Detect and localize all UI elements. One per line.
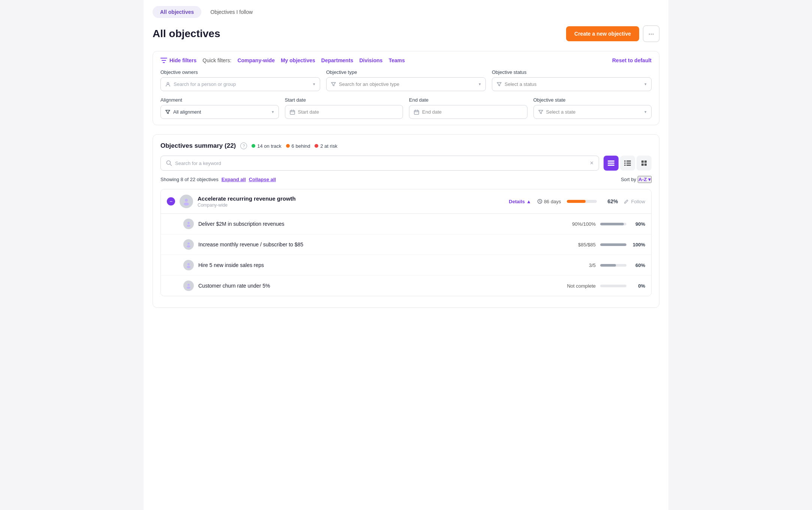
sort-controls: Sort by A-Z ▾ bbox=[621, 176, 652, 183]
svg-rect-10 bbox=[626, 163, 631, 164]
at-risk-badge: 2 at risk bbox=[315, 143, 337, 149]
follow-button-0[interactable]: Follow bbox=[624, 199, 645, 204]
quick-filter-departments[interactable]: Departments bbox=[321, 57, 354, 63]
sub-avatar-icon-3 bbox=[186, 262, 192, 268]
objective-type-select[interactable]: Search for an objective type ▾ bbox=[326, 77, 486, 91]
tab-all-objectives[interactable]: All objectives bbox=[153, 6, 201, 18]
svg-point-18 bbox=[184, 202, 189, 206]
objective-main-row-0: − Accelerate recurring revenue growth Co… bbox=[161, 189, 651, 213]
chevron-down-icon-4: ▾ bbox=[272, 110, 274, 114]
sub-row-0-0: Deliver $2M in subscription revenues 90%… bbox=[161, 214, 651, 234]
avatar-person-icon bbox=[182, 197, 190, 206]
days-badge-0: 86 days bbox=[537, 199, 561, 204]
clear-search-button[interactable]: × bbox=[590, 160, 593, 166]
svg-point-27 bbox=[187, 286, 190, 289]
progress-pct-0: 62% bbox=[603, 198, 618, 204]
details-chevron-icon: ▲ bbox=[526, 199, 531, 204]
start-date-label: Start date bbox=[285, 97, 403, 103]
sub-name-0-3: Customer churn rate under 5% bbox=[198, 283, 561, 289]
sub-progress-bar-0-3 bbox=[600, 285, 626, 287]
pencil-icon bbox=[624, 199, 629, 204]
view-list-button[interactable] bbox=[620, 156, 635, 171]
filter-panel: Hide filters Quick filters: Company-wide… bbox=[153, 51, 659, 125]
header-actions: Create a new objective ··· bbox=[566, 26, 659, 42]
chevron-down-icon-5: ▾ bbox=[644, 110, 647, 114]
details-button-0[interactable]: Details ▲ bbox=[509, 199, 531, 204]
objective-status-select[interactable]: Select a status ▾ bbox=[492, 77, 652, 91]
summary-title: Objectives summary (22) bbox=[160, 142, 236, 150]
objective-actions-0: Details ▲ 86 days bbox=[509, 198, 645, 204]
green-dot bbox=[252, 144, 255, 148]
svg-rect-4 bbox=[608, 160, 614, 162]
sub-stats-0-1: $85/$85 100% bbox=[566, 242, 645, 248]
end-date-select[interactable]: End date bbox=[409, 105, 527, 119]
svg-point-26 bbox=[187, 284, 190, 286]
tab-objectives-i-follow[interactable]: Objectives I follow bbox=[203, 6, 260, 18]
person-icon bbox=[165, 82, 171, 87]
svg-rect-8 bbox=[626, 160, 631, 162]
sub-row-0-1: Increase monthly revenue / subscriber to… bbox=[161, 234, 651, 255]
collapse-button-0[interactable]: − bbox=[167, 197, 175, 206]
sub-avatar-0-2 bbox=[183, 260, 194, 270]
sub-value-0-3: Not complete bbox=[566, 283, 596, 289]
sub-name-0-1: Increase monthly revenue / subscriber to… bbox=[198, 242, 561, 248]
sub-avatar-icon-4 bbox=[186, 283, 192, 289]
sub-objectives-0: Deliver $2M in subscription revenues 90%… bbox=[161, 213, 651, 296]
sub-value-0-0: 90%/100% bbox=[566, 221, 596, 227]
keyword-search-input[interactable] bbox=[175, 160, 587, 166]
sort-value-button[interactable]: A-Z ▾ bbox=[638, 176, 652, 183]
clock-icon bbox=[537, 199, 542, 204]
orange-dot bbox=[286, 144, 290, 148]
quick-filter-teams[interactable]: Teams bbox=[389, 57, 405, 63]
hide-filters-button[interactable]: Hide filters bbox=[160, 57, 196, 63]
objective-state-label: Objective state bbox=[533, 97, 652, 103]
quick-filter-company-wide[interactable]: Company-wide bbox=[237, 57, 275, 63]
start-date-group: Start date Start date bbox=[285, 97, 403, 119]
tabs-row: All objectives Objectives I follow bbox=[153, 6, 659, 18]
objective-status-placeholder: Select a status bbox=[505, 81, 536, 87]
more-options-button[interactable]: ··· bbox=[643, 26, 659, 42]
view-grouped-button[interactable] bbox=[604, 156, 619, 171]
filter-icon bbox=[160, 58, 167, 63]
filter-funnel-icon bbox=[331, 82, 336, 87]
sort-label-text: Sort by bbox=[621, 177, 636, 182]
avatar-0 bbox=[180, 195, 193, 208]
objective-state-select[interactable]: Select a state ▾ bbox=[533, 105, 652, 119]
start-date-select[interactable]: Start date bbox=[285, 105, 403, 119]
alignment-group: Alignment All alignment ▾ bbox=[160, 97, 279, 119]
svg-rect-11 bbox=[624, 165, 626, 166]
sub-avatar-0-0 bbox=[183, 219, 194, 229]
svg-rect-13 bbox=[641, 160, 644, 163]
svg-rect-6 bbox=[608, 165, 614, 166]
alignment-label: Alignment bbox=[160, 97, 279, 103]
results-bar: Showing 8 of 22 objectives Expand all Co… bbox=[160, 176, 652, 183]
svg-rect-14 bbox=[644, 160, 647, 163]
results-left: Showing 8 of 22 objectives Expand all Co… bbox=[160, 177, 276, 182]
calendar-icon bbox=[290, 110, 295, 115]
days-label-0: 86 days bbox=[544, 199, 561, 204]
objective-state-inner: Select a state bbox=[538, 109, 576, 115]
sub-pct-0-2: 60% bbox=[631, 262, 645, 268]
alignment-select[interactable]: All alignment ▾ bbox=[160, 105, 279, 119]
sub-progress-bar-0-1 bbox=[600, 243, 626, 246]
filter-top-row: Hide filters Quick filters: Company-wide… bbox=[160, 57, 652, 63]
search-icon bbox=[166, 160, 172, 166]
behind-label: 6 behind bbox=[292, 143, 310, 149]
reset-to-default-button[interactable]: Reset to default bbox=[612, 57, 652, 63]
create-objective-button[interactable]: Create a new objective bbox=[566, 26, 639, 41]
svg-point-22 bbox=[187, 243, 190, 245]
view-grid-button[interactable] bbox=[637, 156, 652, 171]
objective-owners-select[interactable]: Search for a person or group ▾ bbox=[160, 77, 320, 91]
collapse-all-button[interactable]: Collapse all bbox=[249, 177, 276, 182]
sub-stats-0-2: 3/5 60% bbox=[566, 262, 645, 268]
expand-all-button[interactable]: Expand all bbox=[222, 177, 246, 182]
sub-row-0-2: Hire 5 new inside sales reps 3/5 60% bbox=[161, 255, 651, 276]
details-label-0: Details bbox=[509, 199, 525, 204]
start-date-placeholder: Start date bbox=[298, 109, 319, 115]
quick-filter-divisions[interactable]: Divisions bbox=[359, 57, 382, 63]
quick-filter-my-objectives[interactable]: My objectives bbox=[281, 57, 315, 63]
end-date-label: End date bbox=[409, 97, 527, 103]
start-date-inner: Start date bbox=[290, 109, 319, 115]
end-date-inner: End date bbox=[414, 109, 442, 115]
info-icon[interactable]: ? bbox=[240, 142, 247, 149]
